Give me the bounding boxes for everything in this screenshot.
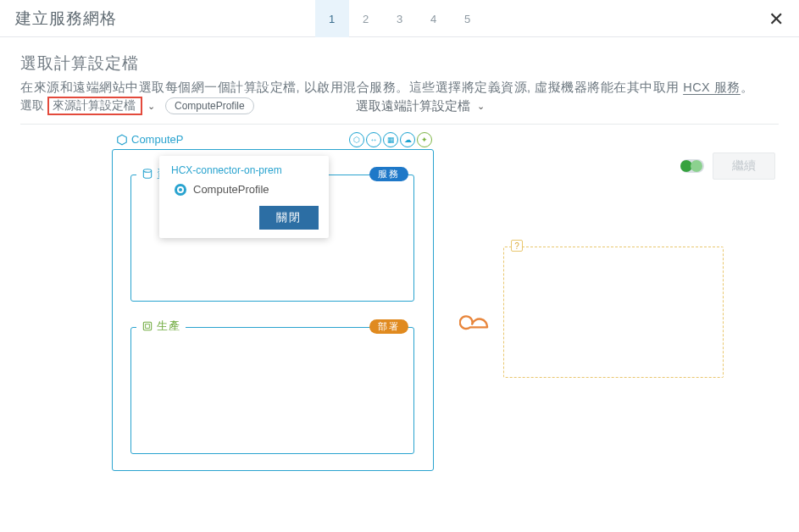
- profile-dropdown-header: HCX-connector-on-prem: [159, 164, 329, 180]
- dropdown-close-button[interactable]: 關閉: [259, 206, 319, 230]
- section-title: 選取計算設定檔: [20, 53, 779, 75]
- source-profile-highlight: 來源計算設定檔: [47, 97, 142, 115]
- service-icon-4: ☁: [400, 132, 415, 147]
- divider: [20, 124, 779, 125]
- profile-option[interactable]: ComputeProfile: [159, 180, 329, 202]
- production-tag: 部署: [369, 319, 408, 334]
- compute-profile-text: ComputeP: [131, 133, 183, 146]
- radio-selected-icon: [175, 184, 186, 196]
- compute-profile-frame-label: ComputeP: [113, 133, 186, 146]
- profile-option-label: ComputeProfile: [193, 183, 269, 196]
- page-title: 建立服務網格: [15, 8, 117, 30]
- service-icon-3: ▦: [383, 132, 398, 147]
- production-label-text: 生產: [157, 319, 180, 334]
- svg-rect-2: [143, 323, 151, 330]
- source-profile-pill[interactable]: ComputeProfile: [165, 97, 254, 114]
- source-profile-chevron-icon[interactable]: ⌄: [146, 101, 157, 112]
- select-source-label-prefix: 選取: [20, 98, 44, 114]
- close-icon[interactable]: ✕: [768, 8, 784, 30]
- desc-text: 在來源和遠端網站中選取每個網一個計算設定檔, 以啟用混合服務。這些選擇將定義資源…: [20, 80, 683, 94]
- remote-placeholder: ?: [503, 247, 724, 378]
- remote-profile-chevron-icon[interactable]: ⌄: [475, 101, 486, 112]
- desc-text-end: 。: [741, 80, 754, 94]
- service-icon-5: ✦: [417, 132, 432, 147]
- host-icon: [141, 320, 153, 332]
- datastore-icon: [141, 168, 153, 180]
- select-remote-label: 選取遠端計算設定檔: [356, 98, 470, 114]
- service-icon-1: ⬡: [349, 132, 364, 147]
- svg-rect-3: [146, 324, 150, 329]
- help-icon[interactable]: ?: [511, 240, 523, 252]
- profile-dropdown: HCX-connector-on-prem ComputeProfile 關閉: [159, 156, 329, 238]
- step-2[interactable]: 2: [349, 0, 383, 37]
- step-3[interactable]: 3: [383, 0, 417, 37]
- source-profile-label: 來源計算設定檔: [53, 98, 136, 114]
- svg-point-1: [143, 169, 151, 173]
- datastore-tag: 服務: [369, 167, 408, 181]
- step-1[interactable]: 1: [315, 0, 349, 37]
- cloud-connector-icon: [459, 306, 497, 336]
- hex-icon: [116, 134, 128, 146]
- production-box: 生產 部署: [130, 327, 414, 454]
- svg-marker-0: [118, 135, 127, 145]
- step-4[interactable]: 4: [417, 0, 451, 37]
- desc-link[interactable]: HCX 服務: [683, 80, 741, 94]
- production-label: 生產: [136, 319, 186, 334]
- service-icons-row: ⬡ ↔ ▦ ☁ ✦: [347, 132, 435, 147]
- section-description: 在來源和遠端網站中選取每個網一個計算設定檔, 以啟用混合服務。這些選擇將定義資源…: [20, 78, 779, 97]
- service-icon-2: ↔: [366, 132, 381, 147]
- wizard-steps: 1 2 3 4 5: [315, 0, 485, 37]
- step-5[interactable]: 5: [451, 0, 485, 37]
